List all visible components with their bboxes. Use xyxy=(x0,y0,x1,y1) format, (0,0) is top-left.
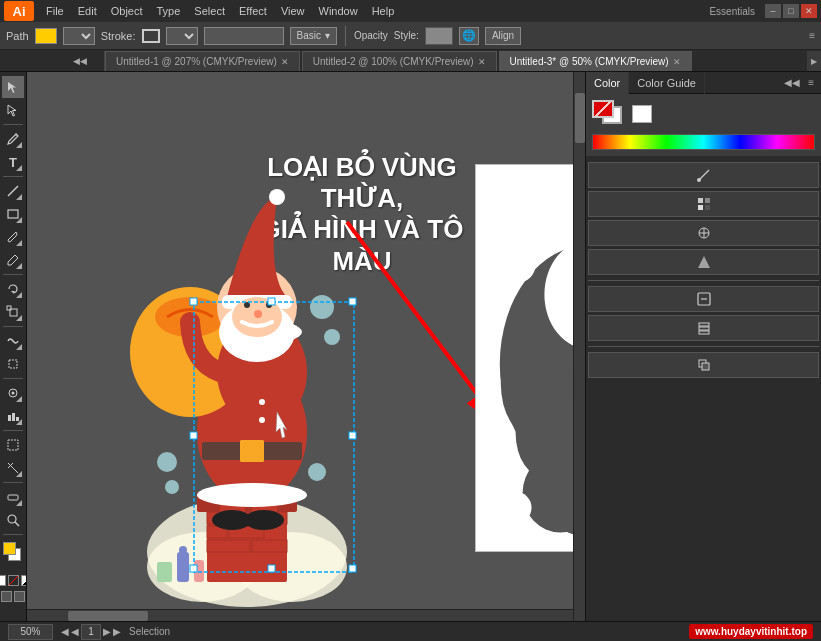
scrollbar-thumb[interactable] xyxy=(575,93,585,143)
svg-point-49 xyxy=(259,399,265,405)
panel-layers-btn[interactable] xyxy=(588,315,819,341)
svg-line-14 xyxy=(15,522,19,526)
color-spectrum[interactable] xyxy=(592,134,815,150)
normal-color-btn[interactable] xyxy=(0,575,6,586)
svg-rect-11 xyxy=(8,440,18,450)
column-graph-tool[interactable] xyxy=(2,405,24,427)
left-toolbar: T xyxy=(0,72,27,621)
stroke-swatch[interactable] xyxy=(142,29,160,43)
link-button[interactable]: 🌐 xyxy=(459,27,479,45)
canvas-vscrollbar[interactable] xyxy=(573,72,585,621)
color-tab[interactable]: Color xyxy=(586,72,629,94)
selection-label: Selection xyxy=(129,626,170,637)
panel-header-icons: ◀◀ ≡ xyxy=(781,76,821,89)
tabs-scroll-right[interactable]: ▶ xyxy=(807,51,821,71)
slice-tool[interactable] xyxy=(2,457,24,479)
rotate-tool[interactable] xyxy=(2,278,24,300)
svg-point-47 xyxy=(254,310,262,318)
svg-point-50 xyxy=(259,417,265,423)
zoom-input[interactable] xyxy=(8,624,53,640)
brush-type-dropdown[interactable]: Basic ▾ xyxy=(290,27,337,45)
pencil-tool[interactable] xyxy=(2,249,24,271)
stroke-label: Stroke: xyxy=(101,30,136,42)
symbol-sprayer-tool[interactable] xyxy=(2,382,24,404)
draw-behind-btn[interactable] xyxy=(14,591,25,602)
menu-select[interactable]: Select xyxy=(188,3,231,19)
svg-rect-96 xyxy=(699,323,709,326)
stroke-type-dropdown[interactable] xyxy=(166,27,198,45)
rectangle-tool[interactable] xyxy=(2,203,24,225)
panel-appearance-btn[interactable] xyxy=(588,286,819,312)
menu-window[interactable]: Window xyxy=(313,3,364,19)
panel-brushes-btn[interactable] xyxy=(588,162,819,188)
path-label: Path xyxy=(6,30,29,42)
menu-type[interactable]: Type xyxy=(151,3,187,19)
line-tool[interactable] xyxy=(2,180,24,202)
tab-close-2[interactable]: ✕ xyxy=(478,57,486,67)
next-frame-btn[interactable]: ▶ xyxy=(103,626,111,637)
panel-symbols-btn[interactable] xyxy=(588,220,819,246)
svg-point-81 xyxy=(500,247,536,283)
fill-swatch[interactable] xyxy=(35,28,57,44)
type-tool[interactable]: T xyxy=(2,151,24,173)
tab-untitled2[interactable]: Untitled-2 @ 100% (CMYK/Preview) ✕ xyxy=(302,51,497,71)
draw-normal-btn[interactable] xyxy=(1,591,12,602)
artboard-tool[interactable] xyxy=(2,434,24,456)
pen-tool[interactable] xyxy=(2,128,24,150)
fg-color-box[interactable] xyxy=(592,100,614,118)
panel-graphic-styles-btn[interactable] xyxy=(588,249,819,275)
svg-point-34 xyxy=(244,510,284,530)
tabs-scroll-left[interactable]: ◀◀ xyxy=(55,51,105,71)
paintbrush-tool[interactable] xyxy=(2,226,24,248)
scale-tool[interactable] xyxy=(2,301,24,323)
no-color-btn[interactable] xyxy=(8,575,19,586)
style-swatch[interactable] xyxy=(425,27,453,45)
canvas-hscrollbar[interactable] xyxy=(27,609,573,621)
maximize-button[interactable]: □ xyxy=(783,4,799,18)
close-button[interactable]: ✕ xyxy=(801,4,817,18)
panel-icons-group xyxy=(586,156,821,621)
menu-effect[interactable]: Effect xyxy=(233,3,273,19)
tab-close-3[interactable]: ✕ xyxy=(673,57,681,67)
prev-frame-btn[interactable]: ◀ xyxy=(71,626,79,637)
color-panel-content xyxy=(586,94,821,156)
svg-point-53 xyxy=(157,452,177,472)
free-transform-tool[interactable] xyxy=(2,353,24,375)
workspace-selector[interactable]: Essentials xyxy=(701,6,763,17)
canvas-area[interactable]: LOẠI BỎ VÙNG THỪA, GIẢ HÌNH VÀ TÔ MÀU xyxy=(27,72,585,621)
panel-transform-btn[interactable] xyxy=(588,352,819,378)
page-input[interactable] xyxy=(81,624,101,640)
panel-swatches-btn[interactable] xyxy=(588,191,819,217)
next-page-btn[interactable]: ▶ xyxy=(113,626,121,637)
panel-menu-btn[interactable]: ≡ xyxy=(805,76,817,89)
minimize-button[interactable]: – xyxy=(765,4,781,18)
tab-untitled1[interactable]: Untitled-1 @ 207% (CMYK/Preview) ✕ xyxy=(105,51,300,71)
santa-illustration xyxy=(112,122,382,612)
tab-close-1[interactable]: ✕ xyxy=(281,57,289,67)
menu-file[interactable]: File xyxy=(40,3,70,19)
menu-help[interactable]: Help xyxy=(366,3,401,19)
align-button[interactable]: Align xyxy=(485,27,521,45)
menu-object[interactable]: Object xyxy=(105,3,149,19)
white-swatch[interactable] xyxy=(632,105,652,123)
options-menu-button[interactable]: ≡ xyxy=(809,30,815,41)
menu-view[interactable]: View xyxy=(275,3,311,19)
warp-tool[interactable] xyxy=(2,330,24,352)
tab-untitled3[interactable]: Untitled-3* @ 50% (CMYK/Preview) ✕ xyxy=(499,51,692,71)
foreground-color-swatch[interactable] xyxy=(3,542,16,555)
color-swatch-group xyxy=(592,100,628,128)
panel-collapse-btn[interactable]: ◀◀ xyxy=(781,76,803,89)
fill-type-dropdown[interactable] xyxy=(63,27,95,45)
stroke-width-input[interactable] xyxy=(204,27,284,45)
hscrollbar-thumb[interactable] xyxy=(68,611,148,621)
zoom-tool[interactable] xyxy=(2,509,24,531)
watermark: www.huydayvitinhit.top xyxy=(689,624,813,639)
prev-page-btn[interactable]: ◀ xyxy=(61,626,69,637)
svg-point-0 xyxy=(15,134,17,136)
svg-rect-66 xyxy=(349,432,356,439)
menu-edit[interactable]: Edit xyxy=(72,3,103,19)
selection-tool[interactable] xyxy=(2,76,24,98)
color-guide-tab[interactable]: Color Guide xyxy=(629,72,705,94)
eraser-tool[interactable] xyxy=(2,486,24,508)
direct-selection-tool[interactable] xyxy=(2,99,24,121)
